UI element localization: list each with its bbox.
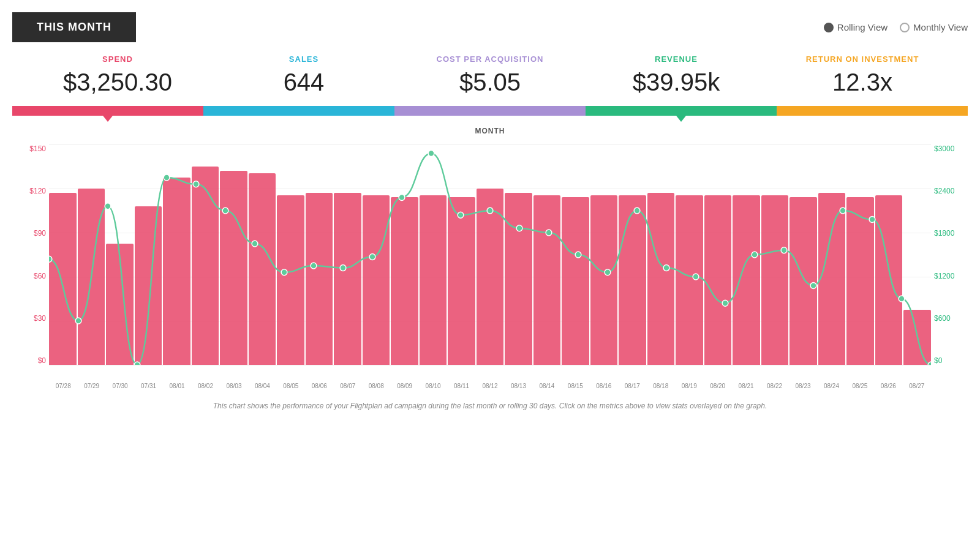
- x-label: 08/12: [476, 383, 504, 389]
- bar: [875, 195, 903, 365]
- cpa-value: $5.05: [397, 69, 583, 96]
- x-label: 08/03: [220, 383, 248, 389]
- bar: [761, 195, 789, 365]
- bar: [903, 310, 931, 365]
- bar: [363, 195, 390, 365]
- y-left-label: $120: [12, 187, 46, 195]
- bar: [619, 195, 646, 365]
- grid-line: [49, 365, 931, 365]
- x-label: 08/16: [590, 383, 618, 389]
- y-left-label: $60: [12, 272, 46, 280]
- y-left-label: $30: [12, 314, 46, 323]
- x-label: 08/10: [419, 383, 447, 389]
- bar: [818, 193, 846, 365]
- roi-label: RETURN ON INVESTMENT: [769, 54, 956, 64]
- bar: [533, 195, 561, 365]
- y-right-label: $1800: [934, 229, 968, 238]
- y-axis-left: $150$120$90$60$30$0: [12, 144, 46, 365]
- x-axis: 07/2807/2907/3007/3108/0108/0208/0308/04…: [49, 383, 931, 389]
- bar: [78, 189, 105, 365]
- x-label: 08/15: [561, 383, 589, 389]
- y-right-label: $0: [934, 356, 968, 365]
- footnote: This chart shows the performance of your…: [12, 402, 968, 410]
- chart-area: $150$120$90$60$30$0 $3000$2400$1800$1200…: [12, 138, 968, 395]
- x-label: 08/11: [447, 383, 475, 389]
- metric-roi[interactable]: RETURN ON INVESTMENT 12.3x: [769, 54, 956, 96]
- bar: [334, 193, 361, 365]
- revenue-bar-segment: [586, 106, 777, 116]
- spend-value: $3,250.30: [24, 69, 211, 96]
- roi-bar-segment: [777, 106, 968, 116]
- metrics-row: SPEND $3,250.30 SALES 644 COST PER ACQUI…: [12, 54, 968, 96]
- bar: [220, 171, 247, 365]
- bar: [192, 167, 219, 365]
- x-label: 08/17: [618, 383, 646, 389]
- bar: [106, 244, 134, 365]
- bar: [676, 195, 703, 365]
- color-bar: [12, 106, 968, 116]
- revenue-value: $39.95k: [583, 69, 769, 96]
- bar: [420, 195, 447, 365]
- x-label: 08/01: [163, 383, 191, 389]
- bar: [733, 195, 760, 365]
- x-label: 08/06: [305, 383, 333, 389]
- bar: [590, 195, 618, 365]
- bar: [306, 193, 333, 365]
- x-label: 08/24: [817, 383, 845, 389]
- x-label: 08/20: [703, 383, 731, 389]
- cpa-bar-segment: [394, 106, 586, 116]
- revenue-label: REVENUE: [583, 54, 769, 64]
- metric-cpa[interactable]: COST PER ACQUISITION $5.05: [397, 54, 583, 96]
- rolling-view-option[interactable]: Rolling View: [824, 22, 888, 32]
- x-label: 08/09: [390, 383, 418, 389]
- x-label: 07/30: [106, 383, 134, 389]
- bar: [846, 197, 874, 365]
- x-label: 08/25: [846, 383, 874, 389]
- bar: [505, 193, 532, 365]
- monthly-view-option[interactable]: Monthly View: [900, 22, 968, 32]
- x-label: 08/27: [903, 383, 931, 389]
- metric-sales[interactable]: SALES 644: [211, 54, 397, 96]
- y-left-label: $0: [12, 356, 46, 365]
- header: THIS MONTH Rolling View Monthly View: [12, 12, 968, 42]
- main-container: THIS MONTH Rolling View Monthly View SPE…: [0, 0, 980, 551]
- monthly-view-radio[interactable]: [900, 23, 910, 32]
- bar: [49, 193, 77, 365]
- y-left-label: $90: [12, 229, 46, 238]
- rolling-view-label: Rolling View: [837, 22, 888, 32]
- bar: [647, 193, 675, 365]
- bar: [790, 197, 817, 365]
- x-label: 08/26: [874, 383, 902, 389]
- spend-arrow: [103, 116, 113, 122]
- bar: [249, 173, 276, 365]
- spend-bar-segment: [12, 106, 203, 116]
- y-right-label: $2400: [934, 187, 968, 195]
- x-label: 08/08: [362, 383, 390, 389]
- view-toggle: Rolling View Monthly View: [824, 22, 968, 32]
- x-label: 08/22: [760, 383, 788, 389]
- x-label: 08/18: [647, 383, 675, 389]
- bar: [477, 189, 504, 365]
- bar: [704, 195, 732, 365]
- bar: [277, 195, 304, 365]
- x-label: 08/02: [191, 383, 219, 389]
- metric-revenue[interactable]: REVENUE $39.95k: [583, 54, 769, 96]
- y-right-label: $600: [934, 314, 968, 323]
- y-right-label: $3000: [934, 144, 968, 153]
- monthly-view-label: Monthly View: [913, 22, 968, 32]
- chart-label: MONTH: [12, 127, 968, 135]
- rolling-view-radio[interactable]: [824, 23, 834, 32]
- x-label: 08/04: [248, 383, 276, 389]
- bar: [163, 178, 190, 365]
- bar: [391, 197, 418, 365]
- sales-label: SALES: [211, 54, 397, 64]
- y-axis-right: $3000$2400$1800$1200$600$0: [934, 144, 968, 365]
- y-right-label: $1200: [934, 272, 968, 280]
- x-label: 08/21: [732, 383, 760, 389]
- x-label: 07/29: [77, 383, 105, 389]
- metric-spend[interactable]: SPEND $3,250.30: [24, 54, 211, 96]
- x-label: 08/14: [533, 383, 561, 389]
- sales-bar-segment: [203, 106, 394, 116]
- cpa-label: COST PER ACQUISITION: [397, 54, 583, 64]
- x-label: 08/13: [504, 383, 532, 389]
